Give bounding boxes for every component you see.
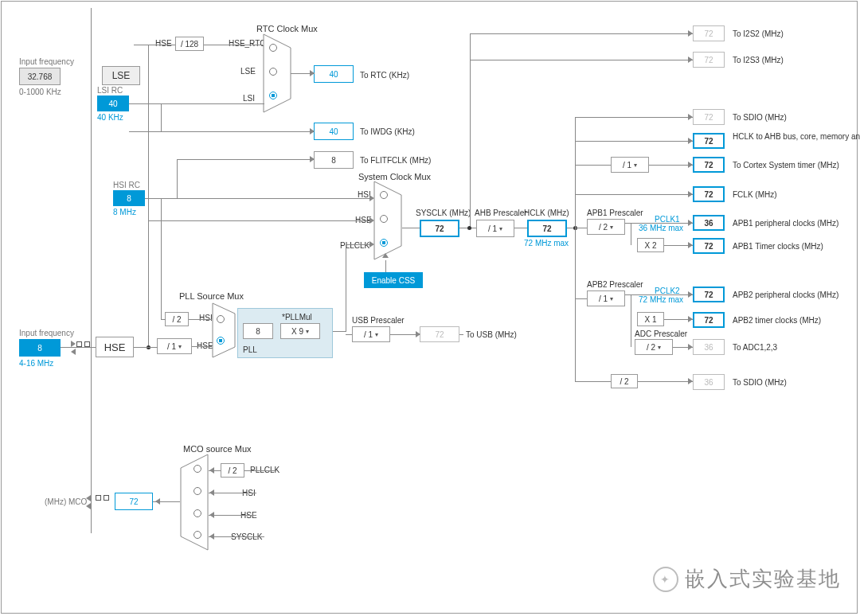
iwdg-label: To IWDG (KHz)	[360, 127, 415, 136]
cortex-label: To Cortex System timer (MHz)	[733, 161, 839, 170]
mco-port-label: (MHz) MCO	[45, 497, 87, 506]
sysclk-pllclk-radio[interactable]	[380, 239, 388, 247]
adc-presc-select[interactable]: / 2▾	[635, 339, 673, 355]
apb1-periph-label: APB1 peripheral clocks (MHz)	[733, 219, 838, 228]
rtc-lsi-lbl: LSI	[243, 94, 255, 103]
rtc-mux-lse-radio[interactable]	[269, 68, 277, 76]
rtc-mux[interactable]	[263, 33, 291, 113]
sysclk-mux[interactable]	[373, 181, 402, 260]
ahbbus-value: 72	[693, 133, 725, 149]
iwdg-value: 40	[314, 123, 354, 140]
pll-hse-prescaler[interactable]: / 1▾	[157, 338, 192, 354]
lse-source: LSE	[102, 66, 140, 85]
fclk-label: FCLK (MHz)	[733, 190, 777, 199]
apb2-presc-select[interactable]: / 1▾	[587, 290, 625, 306]
hse-input-freq[interactable]: 8	[19, 339, 61, 357]
apb2-periph-value: 72	[693, 287, 725, 302]
hse-input-freq-label: Input frequency	[19, 329, 74, 337]
ahbbus-label: HCLK to AHB bus, core, memory and DMA (M…	[733, 133, 852, 141]
i2s2-value: 72	[693, 25, 725, 41]
i2s3-value: 72	[693, 52, 725, 68]
pll-src-title: PLL Source Mux	[179, 291, 244, 301]
pll-src-mux[interactable]	[212, 302, 236, 358]
adc-label: To ADC1,2,3	[733, 343, 777, 352]
rtc-value: 40	[314, 65, 354, 83]
adc-presc-label: ADC Prescaler	[635, 329, 687, 338]
mco-pllclk-radio[interactable]	[194, 465, 201, 473]
lsi-value: 40	[97, 96, 129, 111]
rtc-mux-hse-radio[interactable]	[269, 44, 277, 52]
flitf-value: 8	[314, 151, 354, 169]
i2s3-label: To I2S3 (MHz)	[733, 56, 784, 64]
hse-input-range: 4-16 MHz	[19, 359, 53, 368]
hclk-value[interactable]: 72	[527, 220, 567, 237]
apb2-timer-label: APB2 timer clocks (MHz)	[733, 316, 821, 325]
pll-input-value: 8	[243, 323, 273, 339]
sysclk-pllclk: PLLCLK	[340, 241, 369, 250]
sysclk-hsi-radio[interactable]	[380, 191, 388, 199]
cortex-presc-select[interactable]: / 1▾	[611, 157, 649, 173]
pll-mul-lbl: *PLLMul	[282, 313, 312, 322]
enable-css-button[interactable]: Enable CSS	[364, 272, 423, 288]
lse-input-freq-label: Input frequency	[19, 57, 74, 66]
pll-mul-select[interactable]: X 9▾	[280, 323, 320, 339]
apb2-timer-mul: X 1	[637, 312, 664, 326]
i2s2-label: To I2S2 (MHz)	[733, 29, 784, 38]
apb1-presc-select[interactable]: / 2▾	[587, 219, 625, 235]
rtc-hse-rtc-lbl: HSE_RTC	[229, 39, 266, 48]
pll-name: PLL	[243, 345, 257, 354]
apb2-periph-label: APB2 peripheral clocks (MHz)	[733, 290, 838, 299]
rtc-lse-lbl: LSE	[240, 67, 256, 76]
ahb-presc-select[interactable]: / 1▾	[476, 220, 514, 237]
apb1-timer-label: APB1 Timer clocks (MHz)	[733, 242, 823, 251]
adc-value: 36	[693, 339, 725, 355]
flitf-label: To FLITFCLK (MHz)	[360, 156, 431, 165]
apb1-periph-value: 36	[693, 215, 725, 231]
apb1-max: 36 MHz max	[639, 224, 683, 232]
clock-config-diagram: Input frequency 32.768 0-1000 KHz LSE LS…	[1, 1, 858, 614]
pll-hsi-div2: / 2	[165, 312, 189, 326]
mco-sysclk-radio[interactable]	[194, 531, 201, 539]
sdio-bottom-value: 36	[693, 374, 725, 390]
hsi-unit: 8 MHz	[113, 208, 136, 216]
apb2-label: APB2 Prescaler	[587, 280, 643, 289]
pll-hsi-lbl: HSI	[199, 314, 213, 322]
rtc-mux-lsi-radio[interactable]	[269, 92, 277, 99]
sysclk-value[interactable]: 72	[420, 220, 459, 237]
rtc-mux-title: RTC Clock Mux	[256, 24, 318, 33]
sdio-bottom-label: To SDIO (MHz)	[733, 378, 787, 387]
svg-marker-0	[264, 34, 291, 112]
lsi-unit: 40 KHz	[97, 113, 123, 122]
hse-source: HSE	[96, 337, 134, 357]
fclk-value: 72	[693, 186, 725, 202]
ahb-presc-label: AHB Prescaler	[475, 209, 527, 217]
hsi-value: 8	[113, 190, 145, 206]
lsi-rc-label: LSI RC	[97, 86, 123, 95]
rtc-label: To RTC (KHz)	[360, 71, 409, 80]
mco-hse-radio[interactable]	[194, 509, 201, 517]
mco-hsi-radio[interactable]	[194, 487, 201, 495]
watermark: ✦ 嵌入式实验基地	[653, 565, 841, 593]
sdio-top-label: To SDIO (MHz)	[733, 113, 787, 122]
hclk-label: HCLK (MHz)	[524, 209, 569, 217]
lse-input-range: 0-1000 KHz	[19, 88, 61, 96]
sysclk-hse-radio[interactable]	[380, 215, 388, 223]
rtc-hse-line-lbl: HSE	[155, 39, 172, 48]
pll-src-hsi-radio[interactable]	[217, 315, 225, 323]
apb1-timer-mul: X 2	[637, 238, 664, 252]
mco-value: 72	[115, 493, 153, 510]
sdio-div2: / 2	[611, 374, 638, 388]
hclk-max: 72 MHz max	[524, 239, 569, 248]
apb2-max: 72 MHz max	[639, 295, 683, 304]
hsi-rc-label: HSI RC	[113, 181, 140, 189]
svg-marker-1	[213, 303, 235, 357]
pll-src-hse-radio[interactable]	[217, 337, 225, 345]
lse-input-freq[interactable]: 32.768	[19, 68, 61, 85]
usb-label: To USB (MHz)	[466, 330, 517, 339]
apb1-label: APB1 Prescaler	[587, 209, 643, 217]
wechat-icon: ✦	[653, 567, 678, 592]
usb-presc-select[interactable]: / 1▾	[352, 326, 390, 342]
apb2-timer-value: 72	[693, 312, 725, 328]
cortex-value: 72	[693, 157, 725, 173]
apb1-timer-value: 72	[693, 238, 725, 254]
